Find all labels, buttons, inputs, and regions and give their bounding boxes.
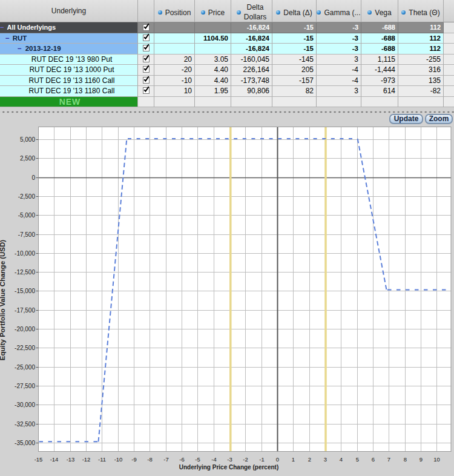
svg-text:7: 7 [387, 456, 390, 463]
svg-text:-9: -9 [131, 456, 136, 463]
svg-text:-2: -2 [243, 456, 248, 463]
svg-text:-15: -15 [35, 456, 43, 463]
svg-text:0: 0 [276, 456, 279, 463]
svg-text:-32,500: -32,500 [15, 421, 35, 428]
svg-text:Underlying Price Change (perce: Underlying Price Change (percent) [179, 464, 278, 471]
svg-text:-7: -7 [163, 456, 168, 463]
svg-text:-5: -5 [195, 456, 200, 463]
svg-text:-10: -10 [114, 456, 123, 463]
svg-text:-3: -3 [227, 456, 232, 463]
svg-text:-13: -13 [67, 456, 75, 463]
svg-text:1: 1 [292, 456, 295, 463]
svg-text:-1: -1 [259, 456, 264, 463]
svg-text:-2,500: -2,500 [18, 193, 36, 200]
svg-text:2,500: 2,500 [20, 155, 35, 162]
svg-text:-22,500: -22,500 [15, 345, 35, 351]
svg-text:-8: -8 [147, 456, 152, 463]
svg-text:6: 6 [372, 456, 375, 463]
svg-text:-15,000: -15,000 [15, 288, 35, 294]
svg-text:-20,000: -20,000 [15, 326, 35, 332]
svg-text:-27,500: -27,500 [15, 383, 35, 389]
svg-text:-25,000: -25,000 [15, 364, 35, 371]
svg-text:2: 2 [308, 456, 311, 463]
svg-text:-35,000: -35,000 [15, 440, 35, 446]
svg-text:5,000: 5,000 [20, 136, 35, 143]
svg-text:10: 10 [433, 456, 440, 463]
svg-text:-12,500: -12,500 [15, 269, 35, 276]
svg-text:-30,000: -30,000 [15, 402, 35, 408]
svg-text:-5,000: -5,000 [18, 212, 36, 219]
svg-text:8: 8 [404, 456, 407, 463]
svg-text:3: 3 [324, 456, 327, 463]
svg-text:-12: -12 [82, 456, 91, 463]
svg-text:-17,500: -17,500 [15, 307, 35, 314]
svg-text:9: 9 [419, 456, 423, 463]
svg-text:0: 0 [31, 174, 35, 181]
svg-text:-7,500: -7,500 [18, 231, 36, 238]
svg-text:-6: -6 [179, 456, 184, 463]
svg-text:-10,000: -10,000 [15, 250, 35, 257]
svg-text:-11: -11 [98, 456, 106, 463]
svg-text:-4: -4 [211, 456, 216, 463]
svg-text:-14: -14 [50, 456, 59, 463]
svg-text:Equity Portfolio Value Change: Equity Portfolio Value Change (USD) [0, 240, 6, 361]
svg-text:5: 5 [356, 456, 359, 463]
svg-text:4: 4 [340, 456, 343, 463]
